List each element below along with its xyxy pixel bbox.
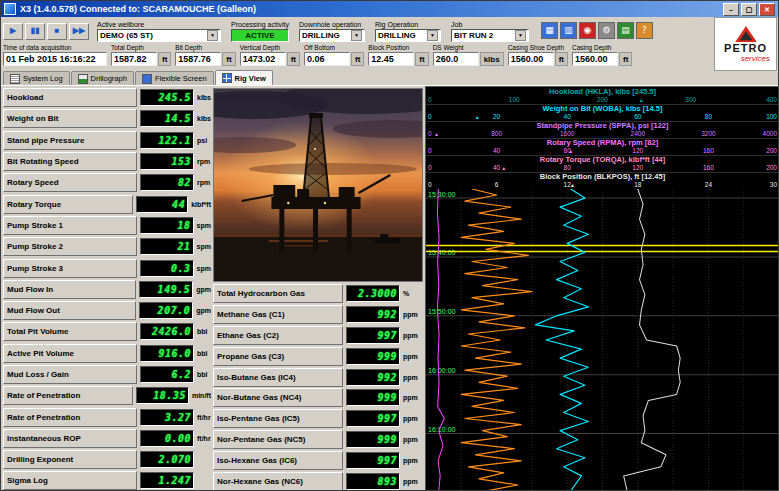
play-button[interactable]: ▶ — [3, 23, 23, 40]
chart-band: Rotary Torque (TORQA), klbf*ft [44]04080… — [426, 155, 779, 172]
dropdown-arrow-icon[interactable]: ▼ — [207, 30, 218, 41]
parameter-label-button[interactable]: Total Pit Volume — [3, 322, 137, 341]
parameter-label-button[interactable]: Stand pipe Pressure — [3, 131, 137, 150]
gas-label-button[interactable]: Iso-Butane Gas (IC4) — [213, 368, 343, 387]
parameter-unit: bbl — [197, 328, 208, 335]
main-toolbar: ▶▮▮■▶▶ Active wellboreDEMO (65 ST)▼Proce… — [1, 17, 713, 43]
status-field-value: 1473.02 — [240, 52, 286, 66]
gas-unit: ppm — [403, 332, 418, 339]
status-field-label: Block Position — [368, 44, 428, 51]
gas-panel: Total Hydrocarbon Gas2.3000%Methane Gas … — [211, 283, 425, 491]
status-field-unit: ft — [619, 52, 632, 66]
parameter-row: Stand pipe Pressure122.1psi — [1, 130, 211, 151]
tab-system-log[interactable]: System Log — [3, 71, 70, 85]
dropdown-arrow-icon[interactable]: ▼ — [427, 30, 438, 41]
parameter-label-button[interactable]: Sigma Log — [3, 471, 137, 490]
scale-tick: 18 — [634, 181, 641, 189]
scale-tick: 80 — [564, 164, 571, 172]
close-button[interactable]: ✕ — [759, 3, 775, 16]
gas-led-display: 999 — [346, 389, 400, 406]
parameter-label-button[interactable]: Mud Flow In — [3, 280, 136, 299]
parameter-label-button[interactable]: Drilling Exponent — [3, 450, 137, 469]
rig-operation-value[interactable]: DRILLING▼ — [375, 29, 441, 42]
parameter-led-display: 916.0 — [140, 345, 194, 362]
parameter-unit: gpm — [196, 286, 211, 293]
gas-label-button[interactable]: Nor-Hexane Gas (NC6) — [213, 472, 343, 491]
parameter-label-button[interactable]: Bit Rotating Speed — [3, 152, 137, 171]
parameter-label-button[interactable]: Rate of Penetration — [3, 386, 133, 405]
gas-label-button[interactable]: Nor-Butane Gas (NC4) — [213, 388, 343, 407]
parameter-label-button[interactable]: Mud Flow Out — [3, 301, 136, 320]
gas-led-display: 997 — [346, 410, 400, 427]
pause-button[interactable]: ▮▮ — [25, 23, 45, 40]
tab-rig-view[interactable]: Rig View — [215, 70, 273, 85]
status-field-value: 1560.00 — [572, 52, 618, 66]
report-icon[interactable]: ▤ — [617, 22, 634, 39]
parameter-label-button[interactable]: Mud Loss / Gain — [3, 365, 137, 384]
chart-plot[interactable]: 15:30:0015:40:0015:50:0016:00:0016:10:00 — [426, 189, 779, 491]
parameter-led-display: 18 — [140, 217, 194, 234]
processing-activity-value[interactable]: ACTIVE — [231, 29, 289, 42]
alarm-icon[interactable]: ◉ — [579, 22, 596, 39]
downhole-operation-value[interactable]: DRILLING▼ — [299, 29, 365, 42]
maximize-button[interactable]: ▢ — [741, 3, 757, 16]
parameter-label-button[interactable]: Rate of Penetration — [3, 408, 137, 427]
gas-label-button[interactable]: Iso-Pentane Gas (IC5) — [213, 409, 343, 428]
parameter-row: Sigma Log1.247 — [1, 470, 211, 491]
gas-label-button[interactable]: Iso-Hexane Gas (IC6) — [213, 451, 343, 470]
gas-label-button[interactable]: Ethane Gas (C2) — [213, 326, 343, 345]
gas-row: Nor-Butane Gas (NC4)999ppm — [211, 387, 425, 408]
parameter-led-display: 3.27 — [140, 409, 194, 426]
parameter-label-button[interactable]: Weight on Bit — [3, 109, 137, 128]
parameter-label-button[interactable]: Pump Stroke 2 — [3, 237, 137, 256]
chart-band-title: Hookload (HKLA), klbs [245.5] — [426, 87, 779, 96]
value-marker-icon: ▲ — [570, 182, 575, 188]
status-field-value: 260.0 — [433, 52, 479, 66]
chart-plot-area[interactable]: 15:30:0015:40:0015:50:0016:00:0016:10:00 — [426, 189, 779, 491]
minimize-button[interactable]: – — [723, 3, 739, 16]
tab-flexible-screen[interactable]: Flexible Screen — [135, 71, 214, 85]
gas-unit: % — [403, 290, 409, 297]
tab-drillograph[interactable]: Drillograph — [71, 71, 134, 85]
parameter-unit: bbl — [197, 350, 208, 357]
fast-forward-button[interactable]: ▶▶ — [69, 23, 89, 40]
parameter-unit: gpm — [196, 307, 211, 314]
parameter-label-button[interactable]: Hookload — [3, 88, 137, 107]
status-field-label: Time of data acquisition — [3, 44, 107, 51]
gear-icon[interactable]: ⚙ — [598, 22, 615, 39]
dropdown-arrow-icon[interactable]: ▼ — [515, 30, 526, 41]
parameter-row: Total Pit Volume2426.0bbl — [1, 321, 211, 342]
parameter-label-button[interactable]: Active Pit Volume — [3, 344, 137, 363]
active-wellbore-value[interactable]: DEMO (65 ST)▼ — [97, 29, 221, 42]
parameter-label-button[interactable]: Pump Stroke 3 — [3, 259, 137, 278]
gas-row: Total Hydrocarbon Gas2.3000% — [211, 283, 425, 304]
tab-label: Rig View — [235, 74, 266, 83]
parameter-label-button[interactable]: Instantaneous ROP — [3, 429, 137, 448]
status-field-value: 1587.82 — [111, 52, 157, 66]
parameter-label-button[interactable]: Pump Stroke 1 — [3, 216, 137, 235]
job-value[interactable]: BIT RUN 2▼ — [451, 29, 529, 42]
scale-tick: 40 — [493, 147, 500, 155]
help-icon[interactable]: ? — [636, 22, 653, 39]
gas-label-button[interactable]: Nor-Pentane Gas (NC5) — [213, 430, 343, 449]
gas-unit: ppm — [403, 394, 418, 401]
gas-label-button[interactable]: Methane Gas (C1) — [213, 305, 343, 324]
stop-button[interactable]: ■ — [47, 23, 67, 40]
monitor-icon[interactable]: ▦ — [541, 22, 558, 39]
status-field-label: DS Weight — [433, 44, 504, 51]
parameter-led-display: 149.5 — [139, 281, 193, 298]
gas-label-button[interactable]: Total Hydrocarbon Gas — [213, 284, 343, 303]
parameter-label-button[interactable]: Rotary Speed — [3, 173, 137, 192]
parameter-label-button[interactable]: Rotary Torque — [3, 195, 133, 214]
parameter-unit: klbf*ft — [191, 201, 211, 208]
screen-icon[interactable]: ▥ — [560, 22, 577, 39]
gas-row: Iso-Butane Gas (IC4)992ppm — [211, 367, 425, 388]
scale-tick: 40 — [493, 164, 500, 172]
gas-led-display: 999 — [346, 348, 400, 365]
dropdown-arrow-icon[interactable]: ▼ — [351, 30, 362, 41]
tab-label: Flexible Screen — [155, 74, 207, 83]
gas-unit: ppm — [403, 478, 418, 485]
toolbar-field-text: DEMO (65 ST) — [100, 31, 153, 40]
gas-label-button[interactable]: Propane Gas (C3) — [213, 347, 343, 366]
scale-tick: 1600 — [560, 130, 574, 138]
